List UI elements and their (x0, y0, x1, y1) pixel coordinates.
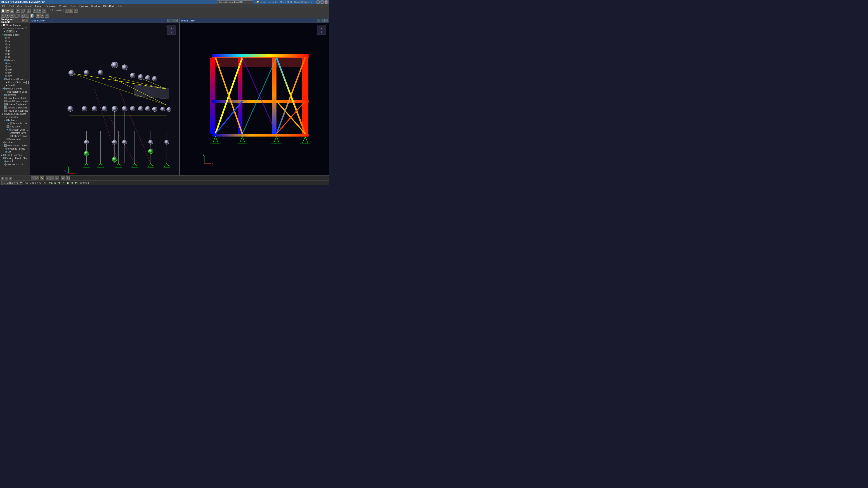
mesh-nodes-solids[interactable]: ▼ ✓ Mesh Nodes - Solids (0, 144, 30, 147)
extreme-disp-checkbox[interactable]: ✓ (4, 103, 6, 105)
outlines-deformed[interactable]: ✓ Outlines of Deformed Surf... (0, 106, 30, 109)
bottom-tb-select[interactable]: ↖ (31, 176, 35, 180)
nodal-disp-checkbox[interactable] (4, 100, 6, 102)
tb-select[interactable]: ↖ (74, 8, 78, 13)
result-sections[interactable]: ▶ Result Sections (0, 153, 30, 157)
masses-group[interactable]: ▼ ✓ Masses (0, 59, 30, 62)
maximize-button[interactable]: □ (320, 0, 324, 4)
menu-results[interactable]: Results (58, 4, 69, 8)
frequency-selector-row[interactable]: No. | Natural Frequency f [Hz] (0, 27, 30, 30)
radio-myz[interactable] (5, 75, 7, 77)
right-canvas[interactable]: X Z X Z (180, 23, 329, 175)
left-view-close[interactable]: ✕ (175, 19, 178, 22)
isobands-item[interactable]: ▼ Isobands (0, 119, 30, 122)
expand-mode-shape[interactable]: ▼ (2, 34, 4, 36)
radio-section-colored[interactable] (3, 88, 6, 90)
right-view-close[interactable]: ✕ (324, 19, 328, 22)
menu-help[interactable]: Help (116, 4, 123, 8)
isobands-solids[interactable]: Isobands - Solids (0, 147, 30, 150)
bottom-tb-snap[interactable]: ⊕ (61, 176, 65, 180)
search-box[interactable]: Type a keyword (Alt+Q) (217, 0, 253, 4)
expand-mesh-nodes[interactable]: ▼ (2, 144, 4, 147)
radio-ux[interactable] (5, 40, 7, 42)
isolines-item[interactable]: Isolines (0, 141, 30, 144)
mode-phix[interactable]: φx (0, 49, 30, 52)
result-sections-checkbox[interactable] (3, 154, 6, 156)
tb-pan[interactable]: ✋ (69, 8, 73, 13)
radio-phix[interactable] (5, 50, 7, 52)
menu-edit[interactable]: Edit (8, 4, 15, 8)
right-view-minimize[interactable]: _ (317, 19, 320, 22)
scaling-u1[interactable]: |u| = 1 (0, 160, 30, 163)
local-torsional[interactable]: Local Torsional Rotatio... (0, 96, 30, 100)
sep-lines-checkbox[interactable] (7, 91, 10, 93)
gray-zone-checkbox[interactable] (6, 125, 9, 128)
mass-mx[interactable]: mx (0, 62, 30, 65)
tb2-result[interactable]: 📊 (30, 13, 34, 18)
transparent-checkbox[interactable] (6, 138, 9, 140)
expand-type-display[interactable]: ▼ (1, 116, 3, 118)
tb-zoom-out[interactable]: 🔎 (37, 8, 41, 13)
menu-options[interactable]: Options (78, 4, 89, 8)
tb2-load[interactable]: ⤓ (25, 13, 29, 18)
radio-u1[interactable] (4, 160, 6, 162)
scaling-max[interactable]: max (u/c,u?) = 1 (0, 163, 30, 166)
tb-open[interactable]: 📂 (5, 8, 9, 13)
mass-my[interactable]: my (0, 65, 30, 68)
smoothing-level[interactable]: Smoothing Level (0, 131, 30, 134)
results-couplings-checkbox[interactable] (4, 109, 6, 112)
left-view-panel[interactable]: Modal 2.rf6* _ □ ✕ (30, 18, 180, 175)
menu-insert[interactable]: Insert (24, 4, 33, 8)
radio-max-u[interactable] (4, 163, 6, 166)
tb2-render[interactable]: 🎨 (36, 13, 40, 18)
tb2-surface[interactable]: ▭ (10, 13, 14, 18)
extremes-item[interactable]: ✓ Extremes (0, 93, 30, 96)
incl-gray-checkbox[interactable] (10, 135, 12, 137)
mode-uy[interactable]: uy (0, 43, 30, 46)
section-colored[interactable]: ▼ Section Colored (0, 87, 30, 90)
tb-fit-all[interactable]: ⊞ (42, 8, 46, 13)
tb-zoom-in[interactable]: 🔍 (33, 8, 37, 13)
extremes-checkbox[interactable]: ✓ (4, 94, 6, 96)
minimize-button[interactable]: _ (316, 0, 320, 4)
menu-cadbim[interactable]: CAD-BIM (102, 4, 115, 8)
mode-bz[interactable]: bz (0, 36, 30, 39)
radio-isobands-solids[interactable] (5, 148, 7, 150)
nav-pin[interactable]: 📌 (22, 19, 25, 22)
window-controls[interactable]: Type a keyword (Alt+Q) 🔑 Online License … (217, 0, 328, 4)
mode-shape-group[interactable]: ▼ ✓ Mode Shape (0, 33, 30, 36)
cs-dropdown[interactable]: 1 - Global XYZ (1, 181, 23, 185)
radio-mak[interactable] (5, 68, 7, 71)
including-gray-zone[interactable]: Including Gray Zo... (0, 134, 30, 138)
radio-my[interactable] (5, 65, 7, 68)
tb-print[interactable]: 🖨 (27, 8, 31, 13)
freq-nav-prev[interactable]: ◀ (3, 30, 6, 33)
expand-section-colored[interactable]: ▼ (1, 88, 3, 90)
freq-nav-next[interactable]: ▶ (15, 30, 18, 33)
nav-cube-right[interactable]: X Z (316, 25, 327, 36)
radio-mx[interactable] (5, 62, 7, 64)
nav-arrow-btn[interactable]: ↑ (5, 177, 8, 180)
mass-myz[interactable]: myz (0, 74, 30, 77)
mass-mak[interactable]: mak (0, 68, 30, 71)
expand-scaling[interactable]: ▼ (1, 157, 3, 159)
outlines-checkbox[interactable]: ✓ (4, 106, 6, 109)
specific-item[interactable]: ► Specific (0, 84, 30, 87)
masses-checkbox[interactable]: ✓ (4, 59, 6, 61)
bottom-tb-annotation[interactable]: T (66, 176, 70, 180)
tb2-animate[interactable]: ▶ (40, 13, 44, 18)
radio-phiz[interactable] (5, 56, 7, 58)
tb2-solid[interactable]: ⬛ (14, 13, 19, 18)
nodal-displacements[interactable]: Nodal Displacements (0, 100, 30, 103)
expand-result-sections[interactable]: ▶ (1, 154, 3, 156)
mode-uz[interactable]: uz (0, 46, 30, 49)
menu-tools[interactable]: Tools (69, 4, 78, 8)
sep-lines-ib-checkbox[interactable] (10, 122, 12, 125)
right-view-maximize[interactable]: □ (321, 19, 324, 22)
off-item[interactable]: Off (0, 150, 30, 153)
left-canvas[interactable]: X Z Y (30, 23, 179, 175)
mode-ux[interactable]: ux (0, 39, 30, 43)
expand-values-surfaces[interactable]: ▼ (2, 78, 4, 80)
bottom-tb-surface[interactable]: ▭ (55, 176, 59, 180)
expand-vs2[interactable]: ▶ (2, 113, 4, 115)
